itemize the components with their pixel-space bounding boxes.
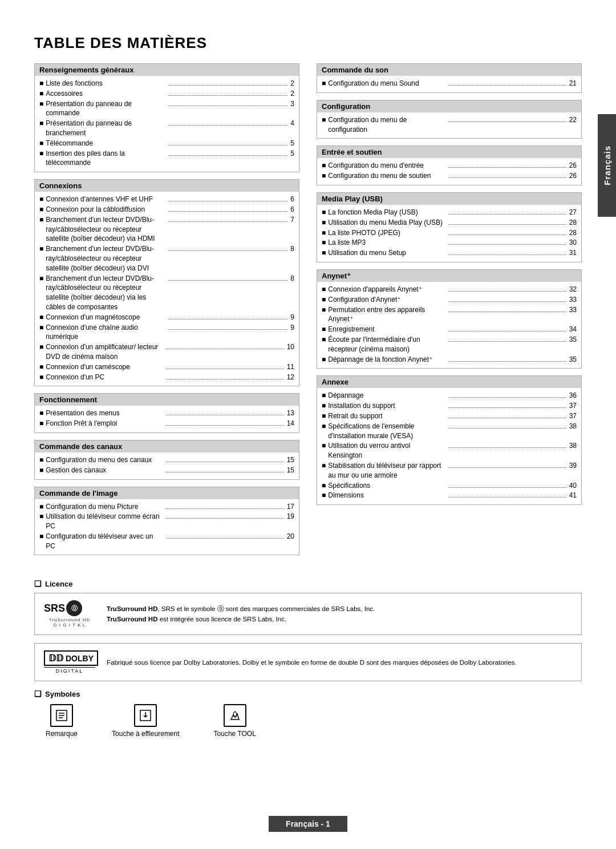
toc-item-page: 2 (290, 79, 294, 88)
dolby-licence-box: 𝔻𝔻 DOLBY DIGITAL Fabriqué sous licence p… (34, 643, 582, 681)
srs-circle-icon: ⓪ (66, 600, 82, 616)
toc-item: ■Utilisation du menu Setup31 (322, 248, 577, 258)
toc-item-text: Écoute par l'intermédiaire d'un récepteu… (328, 335, 445, 354)
toc-item: ■Connexion d'un amplificateur/ lecteur D… (39, 342, 294, 362)
toc-item: ■Retrait du support37 (322, 411, 577, 421)
toc-item-line: Dépannage de la fonction Anynet⁺35 (328, 355, 577, 365)
toc-item-text: Connexion d'un caméscope (46, 362, 163, 372)
srs-desc2: TruSurround HD est intégrée sous licence… (107, 614, 375, 624)
toc-item-page: 34 (569, 325, 577, 334)
toc-item-text: Enregistrement (328, 325, 445, 334)
toc-item-page: 8 (290, 244, 294, 254)
toc-item-page: 7 (290, 215, 294, 225)
toc-item-line: Branchement d'un lecteur DVD/Blu-ray/câb… (46, 274, 294, 312)
section-header-commande_canaux: Commande des canaux (35, 440, 299, 452)
toc-item-line: Configuration du menu de configuration22 (328, 115, 577, 135)
toc-item-page: 38 (569, 441, 577, 451)
toc-item-dots (448, 254, 566, 255)
dolby-logo-box: 𝔻𝔻 DOLBY (44, 650, 98, 666)
section-header-commande_son: Commande du son (317, 64, 581, 76)
toc-bullet: ■ (322, 325, 326, 334)
toc-item-text: Stabilisation du téléviseur par rapport … (328, 461, 445, 480)
symbole-label-1: Touche à effleurement (112, 730, 180, 738)
toc-item-text: Connexion pour la câblodiffusion (46, 205, 165, 215)
toc-bullet: ■ (322, 391, 326, 401)
toc-item-line: Connexion d'un amplificateur/ lecteur DV… (46, 342, 294, 362)
toc-item-page: 27 (569, 208, 577, 217)
toc-item: ■Permutation entre des appareils Anynet⁺… (322, 305, 577, 325)
section-content-commande_image: ■Configuration du menu Picture17■Utilisa… (35, 499, 299, 555)
toc-item-line: Présentation des menus13 (46, 409, 294, 418)
toc-bullet: ■ (39, 323, 43, 333)
toc-item-dots (448, 397, 566, 398)
srs-logo-top: SRS ⓪ (44, 600, 95, 616)
toc-item-line: Configuration du menu des canaux15 (46, 455, 294, 465)
section-anynet: Anynet⁺■Connexion d'appareils Anynet⁺32■… (317, 269, 582, 369)
toc-item: ■Branchement d'un lecteur DVD/Blu-ray/câ… (39, 244, 294, 273)
toc-item-dots (168, 155, 288, 156)
toc-item-line: Stabilisation du téléviseur par rapport … (328, 461, 577, 480)
toc-item-page: 9 (290, 313, 294, 322)
section-content-configuration: ■Configuration du menu de configuration2… (317, 112, 581, 139)
section-content-renseignements: ■Liste des fonctions2■Accessoires2■Prése… (35, 76, 299, 172)
toc-item-page: 13 (287, 409, 294, 418)
toc-item-text: La liste PHOTO (JPEG) (328, 228, 445, 238)
section-header-entree_soutien: Entrée et soutien (317, 146, 581, 158)
symbole-icon-1 (134, 704, 157, 727)
section-content-fonctionnement: ■Présentation des menus13■Fonction Prêt … (35, 406, 299, 432)
toc-item: ■Insertion des piles dans la télécommand… (39, 149, 294, 168)
toc-item-text: Connexion d'un PC (46, 373, 163, 382)
toc-item-dots (448, 418, 566, 418)
toc-item-page: 6 (290, 195, 294, 204)
toc-item: ■Configuration du menu d'entrée26 (322, 161, 577, 171)
toc-item: ■Dimensions41 (322, 491, 577, 500)
toc-item-text: Utilisation du verrou antivol Kensington (328, 441, 445, 460)
toc-bullet: ■ (39, 139, 43, 148)
toc-item-page: 35 (569, 335, 577, 345)
dolby-dd-icon: 𝔻𝔻 (48, 653, 63, 664)
section-header-connexions: Connexions (35, 180, 299, 192)
toc-item-dots (168, 329, 288, 330)
toc-item-page: 15 (287, 466, 294, 475)
section-renseignements: Renseignements généraux■Liste des foncti… (34, 63, 299, 172)
section-header-renseignements: Renseignements généraux (35, 64, 299, 76)
toc-item-text: Connexion d'antennes VHF et UHF (46, 195, 165, 204)
toc-item-dots (168, 211, 288, 212)
section-header-annexe: Annexe (317, 376, 581, 388)
symbole-item-1: Touche à effleurement (112, 704, 180, 738)
toc-item-line: Écoute par l'intermédiaire d'un récepteu… (328, 335, 577, 354)
toc-item-dots (168, 221, 288, 222)
toc-item-page: 40 (569, 481, 577, 491)
dolby-digital-text: DIGITAL (44, 667, 95, 674)
toc-columns: Renseignements généraux■Liste des foncti… (34, 63, 582, 562)
toc-item-line: Spécifications de l'ensemble d'installat… (328, 422, 577, 441)
toc-bullet: ■ (322, 238, 326, 248)
toc-bullet: ■ (39, 149, 43, 159)
toc-item-dots (168, 250, 288, 251)
licence-section: Licence SRS ⓪ TruSurround HD D I G I T A… (34, 579, 582, 681)
toc-bullet: ■ (39, 419, 43, 428)
toc-bullet: ■ (322, 335, 326, 345)
toc-bullet: ■ (322, 401, 326, 411)
side-tab-text: Français (602, 145, 612, 185)
toc-item-page: 26 (569, 161, 577, 171)
toc-item-text: Configuration d'Anynet⁺ (328, 295, 445, 305)
toc-item-line: Fonction Prêt à l'emploi14 (46, 419, 294, 428)
toc-bullet: ■ (39, 466, 43, 475)
toc-bullet: ■ (39, 99, 43, 109)
symbole-label-2: Touche TOOL (214, 730, 256, 738)
toc-item-dots (166, 472, 283, 472)
toc-item: ■Configuration du menu des canaux15 (39, 455, 294, 465)
toc-item-page: 10 (287, 342, 294, 352)
section-header-anynet: Anynet⁺ (317, 270, 581, 282)
toc-item-line: Permutation entre des appareils Anynet⁺3… (328, 305, 577, 325)
toc-item-page: 4 (290, 119, 294, 128)
toc-item-text: Fonction Prêt à l'emploi (46, 419, 163, 428)
toc-item: ■Présentation du panneau de commande3 (39, 99, 294, 119)
toc-item: ■Accessoires2 (39, 89, 294, 99)
toc-bullet: ■ (322, 171, 326, 181)
toc-item-line: Connexion d'un caméscope11 (46, 362, 294, 372)
srs-logo: SRS ⓪ TruSurround HD D I G I T A L (44, 600, 95, 628)
toc-item-page: 39 (569, 461, 577, 471)
symbole-icon-2 (224, 704, 246, 727)
